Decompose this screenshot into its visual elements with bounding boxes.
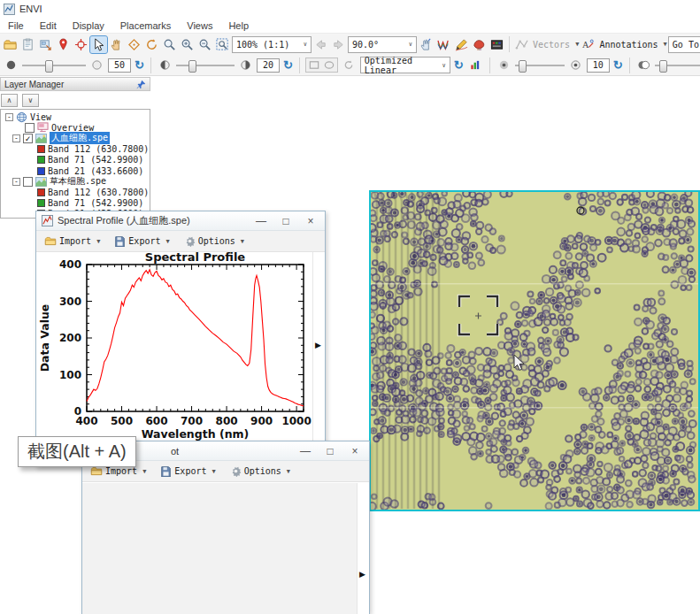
menu-item-placemarks[interactable]: Placemarks	[112, 20, 179, 31]
sharpen-slider[interactable]	[515, 59, 565, 72]
options-menu[interactable]: Options▼	[230, 465, 290, 477]
annotations-menu[interactable]: AAnnotations▼	[580, 36, 666, 53]
expander-icon[interactable]: -	[12, 134, 20, 142]
expander-icon[interactable]: -	[5, 113, 13, 121]
zoom-fit-icon[interactable]	[214, 36, 231, 53]
sharpen-input[interactable]: 10	[587, 58, 610, 73]
zoom-in-icon[interactable]	[179, 36, 196, 53]
screenshot-tooltip: 截图(Alt + A)	[18, 436, 136, 467]
brightness-slider[interactable]	[22, 59, 86, 72]
layer-checkbox[interactable]	[23, 177, 33, 187]
orbit-tool-icon[interactable]	[143, 36, 160, 53]
menu-bar: FileEditDisplayPlacemarksViewsHelp	[0, 18, 700, 33]
spectral-profile-icon[interactable]	[435, 36, 452, 53]
maximize-button[interactable]: □	[273, 215, 298, 227]
open-folder-icon[interactable]	[2, 36, 19, 53]
stretch-region-buttons[interactable]	[305, 58, 338, 73]
chart-side-strip: ▶	[312, 252, 325, 443]
layer-checkbox[interactable]	[25, 123, 35, 133]
transparency-slider[interactable]	[655, 59, 700, 72]
layer-tree-row[interactable]: Band 112 (630.7800)	[1, 187, 150, 197]
minimize-button[interactable]: —	[293, 445, 318, 457]
fly-tool-icon[interactable]	[126, 36, 142, 53]
zoom-tool-icon[interactable]	[161, 36, 178, 53]
image-view[interactable]	[369, 190, 700, 511]
bright-dark-icon	[3, 57, 19, 73]
previous-view-icon[interactable]	[312, 36, 329, 53]
svg-text:1000: 1000	[281, 415, 311, 427]
spectral-profile-chart: Spectral Profile400500600700800900100001…	[36, 252, 312, 441]
rotation-select[interactable]: 90.0°∨	[348, 36, 417, 53]
next-view-icon[interactable]	[330, 36, 347, 53]
expand-all-button[interactable]: ∨	[22, 94, 39, 107]
menu-item-help[interactable]: Help	[220, 20, 257, 31]
zoom-level-select[interactable]: 100% (1:1)∨	[232, 36, 312, 53]
collapse-all-button[interactable]: ∧	[1, 94, 18, 107]
stretch-apply-icon[interactable]	[341, 57, 358, 73]
stretch-type-select[interactable]: Optimized Linear∨	[360, 57, 450, 73]
layer-manager-pin-icon[interactable]	[136, 80, 146, 89]
options-menu[interactable]: Options▼	[184, 235, 244, 247]
layer-tree-row[interactable]: -✓人血细胞.spe	[1, 133, 150, 143]
pan-hand-icon[interactable]	[108, 36, 125, 53]
close-button[interactable]: ×	[342, 445, 367, 457]
svg-text:500: 500	[111, 415, 133, 427]
menu-item-views[interactable]: Views	[179, 20, 220, 31]
menu-item-file[interactable]: File	[0, 20, 32, 31]
sharp-in-icon	[567, 57, 584, 73]
layer-label: 人血细胞.spe	[50, 132, 110, 144]
spectral-profile-window: Spectral Profile (人血细胞.spe) — □ × Import…	[35, 211, 326, 467]
measure-hand-icon[interactable]	[418, 36, 435, 53]
vectors-menu[interactable]: Vectors▼	[513, 36, 579, 53]
layer-tree-row[interactable]: Band 112 (630.7800)	[1, 144, 150, 155]
expander-icon[interactable]: -	[12, 178, 20, 186]
goto-combo[interactable]: Go To∨	[668, 36, 700, 53]
layer-checkbox[interactable]: ✓	[23, 134, 33, 143]
layer-tree-row[interactable]: -View	[1, 111, 150, 122]
band-label: Band 112 (630.7800)	[48, 188, 149, 197]
spectral-chart-area: Spectral Profile400500600700800900100001…	[36, 252, 325, 443]
layer-manager-header[interactable]: Layer Manager	[0, 77, 150, 91]
contrast-slider[interactable]	[176, 59, 235, 72]
layer-tree-row[interactable]: Band 71 (542.9900)	[1, 155, 150, 165]
micrograph-image	[371, 192, 698, 510]
spectral-window-titlebar[interactable]: Spectral Profile (人血细胞.spe) — □ ×	[36, 211, 325, 231]
crosshair-tool-icon[interactable]	[73, 36, 89, 53]
rgb-bars-icon[interactable]	[467, 57, 484, 73]
contrast-refresh-icon[interactable]: ↻	[282, 58, 294, 72]
contrast-l-icon	[157, 57, 173, 73]
contrast-input[interactable]: 20	[257, 58, 280, 73]
sharpen-refresh-icon[interactable]: ↻	[612, 58, 624, 72]
band-color-swatch	[37, 156, 45, 164]
expand-panel-arrow-icon[interactable]: ▶	[315, 341, 321, 349]
stretch-refresh-icon[interactable]: ↻	[453, 58, 465, 72]
maximize-button[interactable]: □	[318, 445, 342, 457]
close-button[interactable]: ×	[298, 215, 323, 227]
roi-tool-icon[interactable]: roi	[471, 36, 488, 53]
select-arrow-icon[interactable]	[90, 36, 107, 53]
export-menu[interactable]: Export▼	[160, 465, 215, 477]
layer-tree-row[interactable]: Band 71 (542.9900)	[1, 198, 150, 209]
export-menu[interactable]: Export▼	[114, 235, 169, 247]
menu-item-edit[interactable]: Edit	[32, 20, 65, 31]
layer-tree-row[interactable]: -草本细胞.spe	[1, 176, 150, 187]
minimize-button[interactable]: —	[249, 215, 273, 227]
band-label: Band 71 (542.9900)	[48, 155, 143, 165]
plot-content-area: ▶	[82, 482, 369, 614]
vectors-icon	[513, 36, 530, 53]
brightness-refresh-icon[interactable]: ↻	[134, 58, 145, 72]
brightness-input[interactable]: 50	[108, 58, 131, 73]
zoom-out-icon[interactable]	[196, 36, 213, 53]
feature-draw-icon[interactable]	[453, 36, 470, 53]
bright-light-icon	[88, 57, 105, 73]
overview-monitor-icon	[37, 122, 49, 133]
expand-panel-arrow-icon[interactable]: ▶	[359, 570, 365, 579]
spectral-window-title: Spectral Profile (人血细胞.spe)	[58, 214, 190, 227]
color-slices-icon[interactable]	[488, 36, 505, 53]
svg-text:700: 700	[181, 415, 203, 427]
placemark-pin-icon[interactable]	[55, 36, 72, 53]
chip-subset-icon[interactable]	[37, 36, 54, 53]
menu-item-display[interactable]: Display	[65, 20, 112, 31]
data-manager-icon[interactable]	[19, 36, 36, 53]
import-menu[interactable]: Import▼	[44, 235, 100, 247]
